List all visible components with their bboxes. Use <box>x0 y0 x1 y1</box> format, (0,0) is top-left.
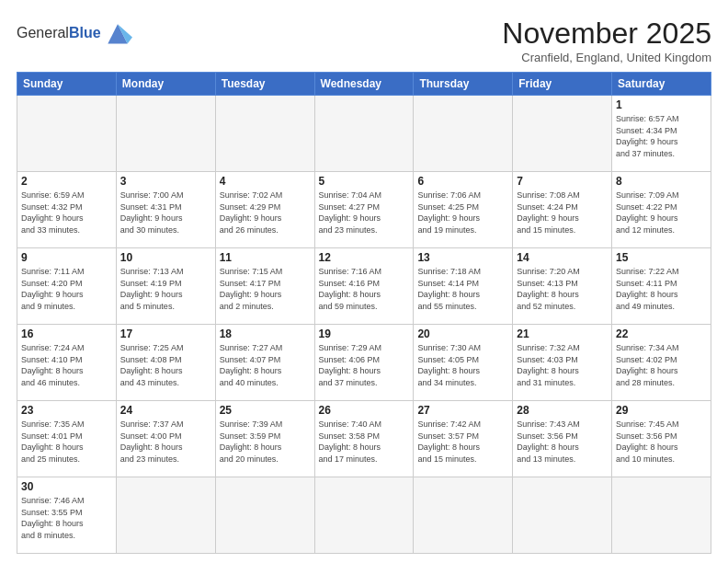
day-number: 25 <box>220 404 311 417</box>
day-info: Sunrise: 7:15 AM Sunset: 4:17 PM Dayligh… <box>220 266 311 312</box>
day-number: 10 <box>120 251 211 264</box>
day-number: 11 <box>220 251 311 264</box>
day-number: 2 <box>21 175 112 188</box>
calendar-week-row: 23Sunrise: 7:35 AM Sunset: 4:01 PM Dayli… <box>17 401 711 477</box>
calendar-cell: 7Sunrise: 7:08 AM Sunset: 4:24 PM Daylig… <box>513 172 612 248</box>
calendar-cell: 5Sunrise: 7:04 AM Sunset: 4:27 PM Daylig… <box>314 172 414 248</box>
calendar-cell: 2Sunrise: 6:59 AM Sunset: 4:32 PM Daylig… <box>17 172 117 248</box>
calendar-cell <box>414 96 513 172</box>
calendar-cell: 10Sunrise: 7:13 AM Sunset: 4:19 PM Dayli… <box>116 248 215 325</box>
day-number: 5 <box>319 175 410 188</box>
day-info: Sunrise: 7:30 AM Sunset: 4:05 PM Dayligh… <box>417 342 508 388</box>
calendar-cell: 15Sunrise: 7:22 AM Sunset: 4:11 PM Dayli… <box>612 248 711 325</box>
calendar-cell: 22Sunrise: 7:34 AM Sunset: 4:02 PM Dayli… <box>612 325 711 401</box>
calendar-cell <box>314 477 414 554</box>
day-number: 14 <box>517 251 608 264</box>
day-info: Sunrise: 6:57 AM Sunset: 4:34 PM Dayligh… <box>616 113 707 159</box>
day-info: Sunrise: 7:27 AM Sunset: 4:07 PM Dayligh… <box>220 342 311 388</box>
day-number: 12 <box>319 251 410 264</box>
day-number: 26 <box>319 404 410 417</box>
day-number: 23 <box>21 404 112 417</box>
page: GeneralBlue November 2025 Cranfield, Eng… <box>0 0 728 563</box>
calendar-cell <box>17 96 117 172</box>
day-number: 22 <box>616 327 707 340</box>
day-number: 18 <box>220 327 311 340</box>
day-info: Sunrise: 7:45 AM Sunset: 3:56 PM Dayligh… <box>616 419 707 465</box>
calendar-cell: 16Sunrise: 7:24 AM Sunset: 4:10 PM Dayli… <box>17 325 117 401</box>
day-info: Sunrise: 7:34 AM Sunset: 4:02 PM Dayligh… <box>616 342 707 388</box>
calendar-cell: 11Sunrise: 7:15 AM Sunset: 4:17 PM Dayli… <box>215 248 314 325</box>
calendar-cell: 6Sunrise: 7:06 AM Sunset: 4:25 PM Daylig… <box>414 172 513 248</box>
calendar-week-row: 1Sunrise: 6:57 AM Sunset: 4:34 PM Daylig… <box>17 96 711 172</box>
calendar-header-saturday: Saturday <box>612 73 711 96</box>
calendar-cell: 20Sunrise: 7:30 AM Sunset: 4:05 PM Dayli… <box>414 325 513 401</box>
day-number: 7 <box>517 175 608 188</box>
day-number: 3 <box>120 175 211 188</box>
day-info: Sunrise: 7:25 AM Sunset: 4:08 PM Dayligh… <box>120 342 211 388</box>
day-info: Sunrise: 7:00 AM Sunset: 4:31 PM Dayligh… <box>120 190 211 236</box>
calendar-cell: 23Sunrise: 7:35 AM Sunset: 4:01 PM Dayli… <box>17 401 117 477</box>
day-number: 15 <box>616 251 707 264</box>
calendar-cell: 19Sunrise: 7:29 AM Sunset: 4:06 PM Dayli… <box>314 325 414 401</box>
day-number: 4 <box>220 175 311 188</box>
day-number: 21 <box>517 327 608 340</box>
day-number: 29 <box>616 404 707 417</box>
calendar-cell: 8Sunrise: 7:09 AM Sunset: 4:22 PM Daylig… <box>612 172 711 248</box>
calendar-week-row: 9Sunrise: 7:11 AM Sunset: 4:20 PM Daylig… <box>17 248 711 325</box>
calendar-week-row: 30Sunrise: 7:46 AM Sunset: 3:55 PM Dayli… <box>17 477 711 554</box>
day-info: Sunrise: 7:08 AM Sunset: 4:24 PM Dayligh… <box>517 190 608 236</box>
header: GeneralBlue November 2025 Cranfield, Eng… <box>17 17 711 64</box>
day-info: Sunrise: 7:40 AM Sunset: 3:58 PM Dayligh… <box>319 419 410 465</box>
day-info: Sunrise: 7:43 AM Sunset: 3:56 PM Dayligh… <box>517 419 608 465</box>
logo: GeneralBlue <box>17 20 132 46</box>
day-info: Sunrise: 7:29 AM Sunset: 4:06 PM Dayligh… <box>319 342 410 388</box>
day-number: 13 <box>417 251 508 264</box>
calendar-cell: 21Sunrise: 7:32 AM Sunset: 4:03 PM Dayli… <box>513 325 612 401</box>
day-info: Sunrise: 7:11 AM Sunset: 4:20 PM Dayligh… <box>21 266 112 312</box>
day-info: Sunrise: 7:18 AM Sunset: 4:14 PM Dayligh… <box>417 266 508 312</box>
day-number: 30 <box>21 480 112 493</box>
day-number: 28 <box>517 404 608 417</box>
calendar-cell: 26Sunrise: 7:40 AM Sunset: 3:58 PM Dayli… <box>314 401 414 477</box>
calendar-cell <box>314 96 414 172</box>
day-info: Sunrise: 7:20 AM Sunset: 4:13 PM Dayligh… <box>517 266 608 312</box>
calendar-cell: 13Sunrise: 7:18 AM Sunset: 4:14 PM Dayli… <box>414 248 513 325</box>
calendar-cell <box>513 96 612 172</box>
calendar-cell: 4Sunrise: 7:02 AM Sunset: 4:29 PM Daylig… <box>215 172 314 248</box>
day-info: Sunrise: 7:42 AM Sunset: 3:57 PM Dayligh… <box>417 419 508 465</box>
calendar-cell <box>612 477 711 554</box>
calendar-cell: 25Sunrise: 7:39 AM Sunset: 3:59 PM Dayli… <box>215 401 314 477</box>
calendar-cell: 24Sunrise: 7:37 AM Sunset: 4:00 PM Dayli… <box>116 401 215 477</box>
day-info: Sunrise: 7:32 AM Sunset: 4:03 PM Dayligh… <box>517 342 608 388</box>
day-number: 6 <box>417 175 508 188</box>
calendar-cell: 17Sunrise: 7:25 AM Sunset: 4:08 PM Dayli… <box>116 325 215 401</box>
calendar-header-friday: Friday <box>513 73 612 96</box>
day-number: 27 <box>417 404 508 417</box>
day-info: Sunrise: 7:35 AM Sunset: 4:01 PM Dayligh… <box>21 419 112 465</box>
day-number: 20 <box>417 327 508 340</box>
logo-icon <box>103 20 132 46</box>
day-info: Sunrise: 7:13 AM Sunset: 4:19 PM Dayligh… <box>120 266 211 312</box>
day-info: Sunrise: 7:02 AM Sunset: 4:29 PM Dayligh… <box>220 190 311 236</box>
calendar-cell: 29Sunrise: 7:45 AM Sunset: 3:56 PM Dayli… <box>612 401 711 477</box>
title-block: November 2025 Cranfield, England, United… <box>502 17 711 64</box>
calendar-cell <box>116 96 215 172</box>
day-info: Sunrise: 6:59 AM Sunset: 4:32 PM Dayligh… <box>21 190 112 236</box>
calendar-cell <box>215 477 314 554</box>
calendar-week-row: 16Sunrise: 7:24 AM Sunset: 4:10 PM Dayli… <box>17 325 711 401</box>
day-info: Sunrise: 7:24 AM Sunset: 4:10 PM Dayligh… <box>21 342 112 388</box>
calendar-cell <box>414 477 513 554</box>
day-info: Sunrise: 7:37 AM Sunset: 4:00 PM Dayligh… <box>120 419 211 465</box>
calendar-cell <box>116 477 215 554</box>
day-info: Sunrise: 7:09 AM Sunset: 4:22 PM Dayligh… <box>616 190 707 236</box>
calendar-cell: 9Sunrise: 7:11 AM Sunset: 4:20 PM Daylig… <box>17 248 117 325</box>
day-number: 8 <box>616 175 707 188</box>
logo-blue: Blue <box>69 25 101 40</box>
day-info: Sunrise: 7:22 AM Sunset: 4:11 PM Dayligh… <box>616 266 707 312</box>
day-info: Sunrise: 7:46 AM Sunset: 3:55 PM Dayligh… <box>21 495 112 541</box>
calendar-header-thursday: Thursday <box>414 73 513 96</box>
day-number: 9 <box>21 251 112 264</box>
day-number: 17 <box>120 327 211 340</box>
day-info: Sunrise: 7:06 AM Sunset: 4:25 PM Dayligh… <box>417 190 508 236</box>
day-number: 24 <box>120 404 211 417</box>
